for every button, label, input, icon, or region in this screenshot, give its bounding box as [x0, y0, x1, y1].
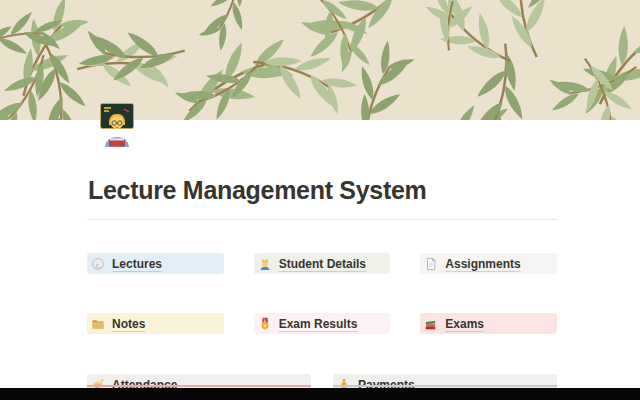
books-icon: [424, 317, 438, 331]
student-icon: [258, 257, 272, 271]
leaf-pattern: [0, 0, 640, 120]
medal-icon: [258, 317, 272, 331]
woman-teacher-icon[interactable]: [100, 103, 134, 147]
link-card-student-details[interactable]: Student Details: [254, 253, 391, 274]
links-row-2: Notes Exam Results Exams: [87, 313, 557, 334]
link-card-assignments[interactable]: Assignments: [420, 253, 557, 274]
cover-image[interactable]: [0, 0, 640, 120]
links-row-1: Lectures Student Details Assignments: [87, 253, 557, 274]
folder-icon: [91, 317, 105, 331]
link-label: Student Details: [279, 257, 366, 271]
link-card-notes[interactable]: Notes: [87, 313, 224, 334]
link-label: Assignments: [445, 257, 520, 271]
link-card-lectures[interactable]: Lectures: [87, 253, 224, 274]
divider: [87, 219, 557, 220]
page-icon: [424, 257, 438, 271]
attendance-accent-line: [87, 385, 311, 387]
link-label: Exam Results: [279, 317, 358, 331]
link-label: Exams: [445, 317, 484, 331]
link-label: Lectures: [112, 257, 162, 271]
link-card-exams[interactable]: Exams: [420, 313, 557, 334]
link-card-exam-results[interactable]: Exam Results: [254, 313, 391, 334]
page-title[interactable]: Lecture Management System: [88, 176, 558, 205]
link-label: Notes: [112, 317, 145, 331]
payments-accent-line: [333, 385, 557, 387]
globe-icon: [91, 257, 105, 271]
bottom-black-bar: [0, 388, 640, 400]
notion-page: Lecture Management System Lectures Stude…: [0, 0, 640, 400]
